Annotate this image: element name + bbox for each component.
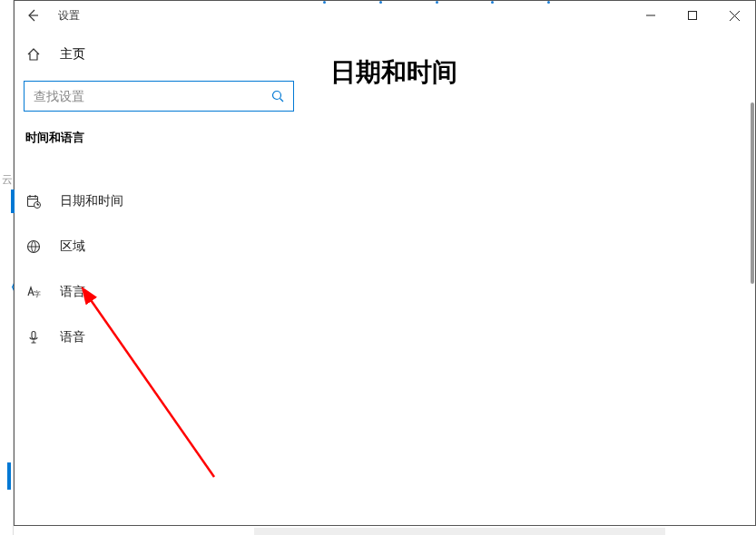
maximize-button[interactable] [672, 2, 713, 29]
microphone-icon [25, 330, 42, 345]
sidebar-item-speech[interactable]: 语音 [15, 318, 303, 356]
search-input[interactable] [34, 89, 271, 103]
section-header: 时间和语言 [15, 130, 303, 146]
language-icon: 字 [25, 285, 42, 299]
close-button[interactable] [713, 2, 755, 29]
sidebar-item-label: 区域 [60, 238, 85, 255]
search-box[interactable] [24, 81, 294, 112]
sidebar-item-label: 语音 [60, 329, 85, 345]
svg-text:字: 字 [34, 290, 41, 298]
sidebar-item-date-time[interactable]: 日期和时间 [15, 182, 303, 220]
external-strip: 云 〈 [0, 0, 14, 535]
external-bg [254, 528, 665, 535]
search-wrap [24, 81, 294, 112]
main-content: 日期和时间 [303, 30, 755, 525]
home-icon [25, 47, 42, 62]
svg-point-1 [273, 92, 281, 100]
home-label: 主页 [60, 46, 85, 63]
sidebar: 主页 时间和语言 日期和时间 [15, 30, 303, 525]
sidebar-item-label: 语言 [60, 284, 85, 300]
vertical-scrollbar[interactable] [751, 102, 754, 284]
settings-window: 设置 主页 [14, 0, 756, 526]
svg-rect-6 [32, 332, 35, 339]
globe-icon [25, 239, 42, 254]
titlebar: 设置 [15, 1, 755, 30]
window-title: 设置 [58, 8, 80, 24]
page-title: 日期和时间 [330, 55, 728, 90]
sidebar-item-language[interactable]: 字 语言 [15, 273, 303, 311]
svg-rect-0 [689, 12, 697, 20]
sidebar-item-region[interactable]: 区域 [15, 228, 303, 266]
calendar-clock-icon [25, 194, 42, 209]
home-nav[interactable]: 主页 [15, 39, 303, 70]
caption-buttons [630, 2, 755, 29]
minimize-button[interactable] [630, 2, 672, 29]
sidebar-item-label: 日期和时间 [60, 193, 123, 209]
search-icon [271, 90, 284, 102]
back-button[interactable] [22, 5, 44, 26]
